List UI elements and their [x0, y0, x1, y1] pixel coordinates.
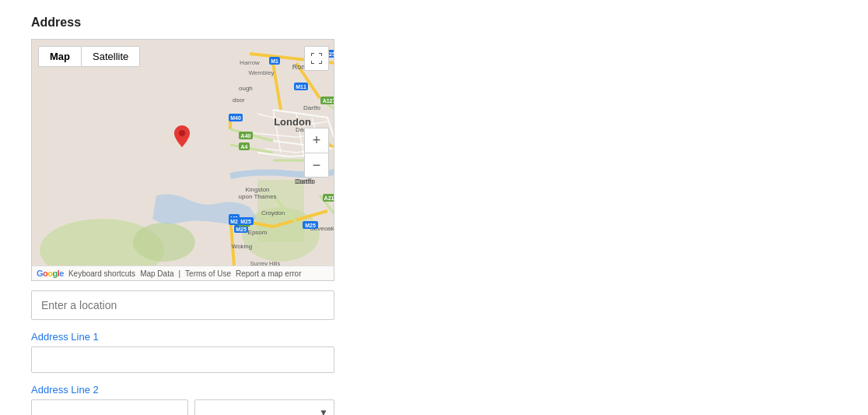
- svg-text:London: London: [274, 116, 311, 128]
- form-section: Address Line 1 Address Line 2 ▼: [31, 290, 334, 415]
- footer-separator: |: [178, 269, 180, 278]
- address-line2-row: ▼: [31, 399, 334, 415]
- report-link[interactable]: Report a map error: [236, 269, 301, 278]
- svg-text:Croydon: Croydon: [261, 209, 285, 216]
- svg-text:M25: M25: [240, 219, 251, 224]
- svg-text:A21: A21: [324, 195, 334, 201]
- svg-text:Dartfo: Dartfo: [303, 104, 320, 111]
- svg-text:M25: M25: [236, 227, 247, 232]
- page-container: Address: [0, 0, 544, 415]
- svg-point-4: [133, 223, 195, 262]
- svg-text:M11: M11: [296, 84, 306, 90]
- zoom-out-button[interactable]: −: [304, 153, 329, 178]
- map-footer: Google Keyboard shortcuts Map Data | Ter…: [32, 266, 334, 280]
- svg-text:M40: M40: [230, 115, 241, 121]
- fullscreen-button[interactable]: [304, 46, 329, 71]
- address-select-wrapper: ▼: [194, 399, 334, 415]
- map-container: M25 M11 A127 M40 A40 M1 A13: [31, 39, 334, 281]
- map-svg: M25 M11 A127 M40 A40 M1 A13: [32, 40, 334, 266]
- address-line1-label: Address Line 1: [31, 331, 334, 343]
- page-title: Address: [31, 16, 513, 30]
- svg-text:upon Thames: upon Thames: [239, 193, 277, 200]
- address-line2-label: Address Line 2: [31, 384, 334, 396]
- terms-link[interactable]: Terms of Use: [185, 269, 231, 278]
- svg-text:A40: A40: [241, 133, 251, 139]
- svg-text:M1: M1: [271, 58, 278, 64]
- svg-text:Epsom: Epsom: [248, 229, 268, 236]
- address-select[interactable]: [194, 399, 334, 415]
- svg-text:Surrey Hills: Surrey Hills: [250, 260, 281, 266]
- svg-point-53: [179, 130, 185, 136]
- map-data-label: Map Data: [140, 269, 173, 278]
- svg-text:Woking: Woking: [232, 243, 253, 250]
- map-area: M25 M11 A127 M40 A40 M1 A13: [32, 40, 334, 266]
- svg-text:Wembley: Wembley: [248, 69, 274, 76]
- svg-text:Dartfo: Dartfo: [296, 178, 316, 185]
- zoom-in-button[interactable]: +: [304, 128, 329, 153]
- google-logo: Google: [37, 269, 64, 278]
- address-line2-input[interactable]: [31, 399, 188, 415]
- address-line1-input[interactable]: [31, 346, 334, 373]
- svg-text:ough: ough: [239, 85, 253, 92]
- satellite-tab-button[interactable]: Satellite: [81, 46, 140, 67]
- svg-text:dsor: dsor: [233, 97, 245, 104]
- svg-text:Kingston: Kingston: [245, 186, 269, 193]
- svg-text:A127: A127: [323, 98, 334, 104]
- map-tab-button[interactable]: Map: [38, 46, 81, 67]
- svg-text:A4: A4: [241, 144, 248, 149]
- svg-text:Harrow: Harrow: [240, 59, 260, 66]
- zoom-controls: + −: [304, 128, 329, 178]
- fullscreen-icon: [310, 52, 323, 65]
- location-input[interactable]: [31, 290, 334, 320]
- marker-icon: [174, 125, 190, 147]
- map-marker: [174, 125, 190, 147]
- keyboard-shortcuts-link[interactable]: Keyboard shortcuts: [68, 269, 135, 278]
- svg-text:M25: M25: [305, 223, 316, 228]
- map-controls-bar: Map Satellite: [38, 46, 140, 67]
